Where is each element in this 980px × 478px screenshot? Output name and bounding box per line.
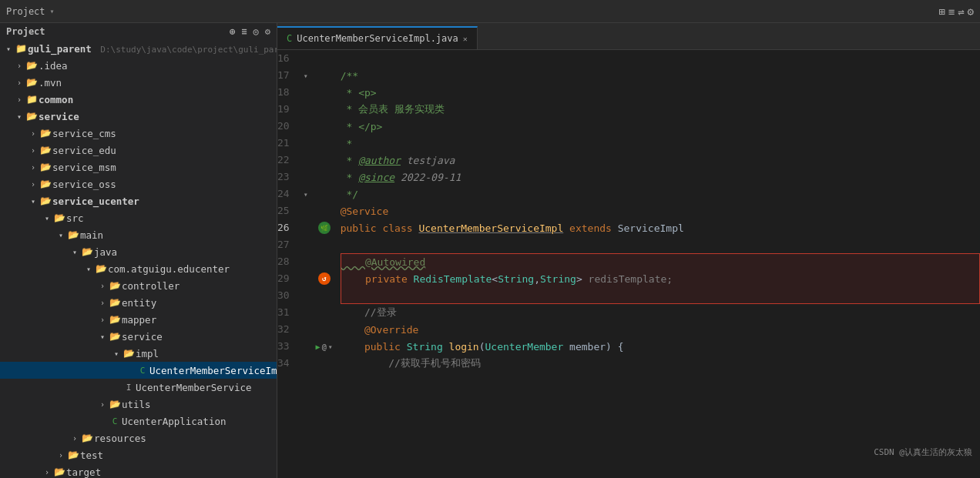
sidebar-item-test[interactable]: › 📂 test (0, 446, 277, 463)
badge-19 (314, 101, 334, 118)
line-num-23: 23 (277, 169, 297, 186)
editor-content: 16 17 18 19 20 21 22 23 24 25 26 27 28 2… (277, 50, 980, 478)
folder-icon: 📂 (39, 179, 52, 189)
code-line-20: * </p> (341, 118, 980, 135)
arrow-icon: › (55, 451, 66, 460)
sidebar-item-label: UcenterApplication (122, 416, 277, 427)
arrow-icon: ▾ (111, 349, 122, 358)
layout-icon[interactable]: ⊞ (938, 5, 945, 18)
arrow-icon: › (97, 400, 108, 409)
sidebar-item-impl[interactable]: ▾ 📂 impl (0, 345, 277, 362)
code-token: * (341, 172, 358, 183)
sidebar-item-service-edu[interactable]: › 📂 service_edu (0, 142, 277, 159)
badge-20 (314, 118, 334, 135)
folder-icon: 📂 (25, 77, 39, 88)
arrow-badge[interactable]: ↺ (318, 272, 331, 285)
line-num-22: 22 (277, 152, 297, 169)
title-bar: Project ▾ ⊞ ≡ ⇌ ⚙ (0, 0, 980, 23)
list-icon[interactable]: ≡ (948, 5, 955, 18)
fold-cell-28 (297, 253, 314, 270)
badge-27 (314, 236, 334, 253)
sidebar-item-service-oss[interactable]: › 📂 service_oss (0, 175, 277, 192)
sidebar-item-mapper[interactable]: › 📂 mapper (0, 311, 277, 328)
code-token: @Override (341, 324, 419, 336)
folder-icon: 📂 (108, 314, 122, 325)
arrow-icon: ▾ (55, 231, 66, 239)
sidebar-item-entity[interactable]: › 📂 entity (0, 294, 277, 311)
code-token: > (576, 273, 589, 285)
sidebar-item-service-cms[interactable]: › 📂 service_cms (0, 125, 277, 142)
sidebar-item-label: guli_parent D:\study\java\code\project\g… (28, 43, 277, 55)
code-line-29: private RedisTemplate < String , String … (341, 270, 980, 287)
arrow-icon: ▾ (83, 265, 94, 273)
folder-icon: 📂 (66, 450, 80, 460)
line-num-34: 34 (277, 355, 297, 372)
settings-icon[interactable]: ⚙ (265, 26, 270, 37)
folder-icon: 📂 (80, 433, 94, 443)
sidebar-item-controller[interactable]: › 📂 controller (0, 277, 277, 294)
locate-icon[interactable]: ◎ (253, 26, 259, 37)
fold-cell-17[interactable]: ▾ (297, 67, 314, 84)
sidebar-item-guli-parent[interactable]: ▾ 📁 guli_parent D:\study\java\code\proje… (0, 40, 277, 57)
sidebar-item-src[interactable]: ▾ 📂 src (0, 209, 277, 226)
sidebar-item-resources[interactable]: › 📂 resources (0, 430, 277, 446)
sidebar-item-service-pkg[interactable]: ▾ 📂 service (0, 328, 277, 345)
tab-close-button[interactable]: ✕ (463, 35, 468, 43)
commit-icon[interactable]: ⊕ (230, 26, 235, 37)
down-icon[interactable]: ▾ (328, 343, 333, 351)
sidebar-item-label: UcenterMemberServiceImpl (149, 365, 277, 376)
line-num-31: 31 (277, 304, 297, 321)
sidebar-item-idea[interactable]: › 📂 .idea (0, 57, 277, 74)
code-token: 2022-09-11 (394, 172, 461, 183)
code-line-22: * @author testjava (341, 152, 980, 169)
code-token: member) { (563, 341, 623, 353)
collapse-icon[interactable]: ≡ (241, 26, 247, 37)
badge-29[interactable]: ↺ (314, 270, 334, 287)
code-line-16 (341, 50, 980, 67)
code-token: //获取手机号和密码 (341, 356, 481, 370)
sidebar-header-icons: ⊕ ≡ ◎ ⚙ (230, 26, 270, 37)
line-num-32: 32 (277, 321, 297, 338)
fold-cell-16 (297, 50, 314, 67)
code-line-33: public String login ( UcenterMember memb… (341, 338, 980, 355)
tab-java-icon: C (287, 33, 292, 44)
sidebar-item-service-ucenter[interactable]: ▾ 📂 service_ucenter (0, 192, 277, 209)
sidebar-item-mvn[interactable]: › 📂 .mvn (0, 74, 277, 91)
badge-18 (314, 84, 334, 101)
sidebar-item-target[interactable]: › 📂 target (0, 463, 277, 478)
code-line-18: * <p> (341, 84, 980, 101)
line-numbers: 16 17 18 19 20 21 22 23 24 25 26 27 28 2… (277, 50, 297, 478)
fold-cell-34 (297, 355, 314, 372)
run-icon[interactable]: ▶ (316, 343, 321, 351)
badge-33[interactable]: ▶ @ ▾ (314, 338, 334, 355)
code-token: < (492, 273, 498, 285)
badge-26[interactable]: 🌿 (314, 219, 334, 236)
sidebar-item-common[interactable]: › 📁 common (0, 91, 277, 108)
sidebar-item-ucenter-service[interactable]: I UcenterMemberService (0, 379, 277, 396)
code-token: String (498, 273, 534, 285)
code-line-26: public class UcenterMemberServiceImpl ex… (341, 219, 980, 236)
editor-tab-main[interactable]: C UcenterMemberServiceImpl.java ✕ (277, 26, 478, 49)
gear-icon[interactable]: ⚙ (968, 5, 974, 18)
arrow-icon: ▾ (42, 214, 52, 222)
badge-22 (314, 152, 334, 169)
equalizer-icon[interactable]: ⇌ (958, 5, 964, 18)
code-token: String (540, 273, 576, 285)
badge-32 (314, 321, 334, 338)
spring-badge[interactable]: 🌿 (318, 222, 331, 234)
folder-orange-icon: 📂 (52, 466, 66, 477)
code-line-19: * 会员表 服务实现类 (341, 101, 980, 118)
sidebar-item-main[interactable]: ▾ 📂 main (0, 226, 277, 243)
sidebar-item-label: entity (122, 297, 277, 309)
sidebar-item-ucenter-impl[interactable]: C UcenterMemberServiceImpl (0, 362, 277, 379)
sidebar-item-ucenter-app[interactable]: C UcenterApplication (0, 413, 277, 430)
fold-cell-24[interactable]: ▾ (297, 186, 314, 202)
line-num-19: 19 (277, 101, 297, 118)
sidebar-item-service-msm[interactable]: › 📂 service_msm (0, 159, 277, 175)
folder-icon: 📁 (14, 43, 28, 54)
sidebar-item-java[interactable]: ▾ 📂 java (0, 243, 277, 260)
watermark: CSDN @认真生活的灰太狼 (874, 446, 972, 458)
sidebar-item-utils[interactable]: › 📂 utils (0, 396, 277, 413)
sidebar-item-package[interactable]: ▾ 📂 com.atguigu.educenter (0, 260, 277, 277)
sidebar-item-service[interactable]: ▾ 📂 service (0, 108, 277, 125)
